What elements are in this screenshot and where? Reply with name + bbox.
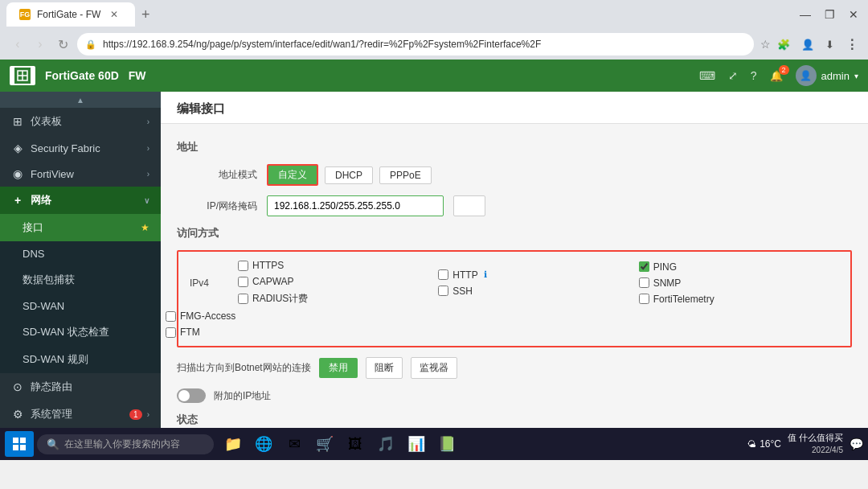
sidebar-label-packet-capture: 数据包捕获 xyxy=(23,273,149,287)
section-access-title: 访问方式 xyxy=(177,226,852,240)
mode-custom-button[interactable]: 自定义 xyxy=(267,164,318,186)
sidebar-item-sd-wan-status[interactable]: SD-WAN 状态检查 xyxy=(0,318,161,346)
user-dropdown-arrow: ▾ xyxy=(854,72,858,80)
system-mgmt-badge: 1 xyxy=(129,409,142,420)
user-menu[interactable]: 👤 admin ▾ xyxy=(796,65,858,86)
radius-label: RADIUS计费 xyxy=(252,292,308,306)
fmg-checkbox-item[interactable]: FMG-Access xyxy=(166,310,238,322)
sidebar-item-network[interactable]: + 网络 ∨ xyxy=(0,187,161,214)
https-checkbox-item[interactable]: HTTPS xyxy=(238,260,438,271)
sidebar-item-packet-capture[interactable]: 数据包捕获 xyxy=(0,266,161,294)
refresh-button[interactable]: ↻ xyxy=(55,37,71,52)
sidebar-item-dashboard[interactable]: ⊞ 仪表板 › xyxy=(0,108,161,135)
ssh-checkbox[interactable] xyxy=(438,286,448,296)
capwap-checkbox[interactable] xyxy=(238,277,248,287)
ip-extra-input[interactable] xyxy=(453,195,485,216)
sidebar-item-dns[interactable]: DNS xyxy=(0,241,161,266)
sidebar-label-static-routes: 静态路由 xyxy=(31,380,149,394)
mode-pppoe-button[interactable]: PPPoE xyxy=(379,166,432,184)
snmp-checkbox-item[interactable]: SNMP xyxy=(639,277,839,289)
access-section: IPv4 HTTPS CAPWAP RADIUS计费 xyxy=(177,250,852,347)
taskbar-spotify-icon[interactable]: 🎵 xyxy=(373,431,399,457)
minimize-button[interactable]: — xyxy=(797,8,813,21)
section-status-title: 状态 xyxy=(177,413,852,427)
https-checkbox[interactable] xyxy=(238,261,248,271)
terminal-icon[interactable]: ⌨ xyxy=(699,69,715,82)
http-checkbox-item[interactable]: HTTP ℹ xyxy=(438,269,638,281)
https-col: HTTPS CAPWAP RADIUS计费 xyxy=(238,260,438,306)
sidebar-label-fortiview: FortiView xyxy=(31,168,147,180)
botnet-section: 扫描出方向到Botnet网站的连接 禁用 阻断 监视器 xyxy=(177,357,852,379)
device-model: FortiGate 60D xyxy=(45,69,119,82)
taskbar-edge-icon[interactable]: 🌐 xyxy=(251,431,276,457)
download-icon[interactable]: ⬇ xyxy=(825,39,834,51)
forward-button[interactable]: › xyxy=(32,37,48,51)
svg-rect-5 xyxy=(20,438,26,443)
botnet-block-button[interactable]: 阻断 xyxy=(366,357,403,379)
ping-checkbox[interactable] xyxy=(639,261,649,272)
sidebar-scroll-up[interactable]: ▲ xyxy=(0,92,161,108)
notification-center-icon[interactable]: 💬 xyxy=(850,438,863,450)
sidebar-item-system-mgmt[interactable]: ⚙ 系统管理 1 › xyxy=(0,401,161,428)
time-display: 值 什么值得买 xyxy=(788,432,843,444)
taskbar-excel-icon[interactable]: 📗 xyxy=(434,431,460,457)
close-button[interactable]: ✕ xyxy=(845,8,862,21)
address-input[interactable] xyxy=(77,33,754,55)
https-label: HTTPS xyxy=(252,260,284,271)
notification-bell[interactable]: 🔔 2 xyxy=(770,70,783,82)
start-button[interactable] xyxy=(5,431,34,457)
taskbar-weather[interactable]: 🌤 16°C xyxy=(747,438,781,450)
ip-mask-input[interactable] xyxy=(267,195,444,216)
ping-checkbox-item[interactable]: PING xyxy=(639,261,839,273)
taskbar-photos-icon[interactable]: 🖼 xyxy=(342,431,368,457)
sidebar-label-interface: 接口 xyxy=(23,220,141,235)
header-right: ⌨ ⤢ ? 🔔 2 👤 admin ▾ xyxy=(699,65,858,86)
bookmark-icon[interactable]: ☆ xyxy=(760,38,771,51)
expand-icon[interactable]: ⤢ xyxy=(728,69,738,82)
taskbar-mail-icon[interactable]: ✉ xyxy=(281,431,307,457)
browser-tab[interactable]: FG FortiGate - FW ✕ xyxy=(6,2,135,27)
browser-menu-icons: 🧩 👤 ⬇ ⋮ xyxy=(777,37,858,52)
snmp-checkbox[interactable] xyxy=(639,277,649,288)
sidebar-item-security-fabric[interactable]: ◈ Security Fabric › xyxy=(0,135,161,161)
maximize-button[interactable]: ❐ xyxy=(821,8,837,21)
sidebar-item-sd-wan[interactable]: SD-WAN xyxy=(0,294,161,318)
sidebar-item-sd-wan-rules[interactable]: SD-WAN 规则 xyxy=(0,346,161,373)
taskbar-ppt-icon[interactable]: 📊 xyxy=(403,431,429,457)
taskbar-explorer-icon[interactable]: 📁 xyxy=(220,431,246,457)
botnet-monitor-button[interactable]: 监视器 xyxy=(411,357,457,379)
sidebar-item-static-routes[interactable]: ⊙ 静态路由 xyxy=(0,373,161,401)
sidebar-item-interface[interactable]: 接口 ★ xyxy=(0,214,161,241)
account-icon[interactable]: 👤 xyxy=(801,39,814,51)
ssh-checkbox-item[interactable]: SSH xyxy=(438,286,638,297)
radius-checkbox[interactable] xyxy=(238,294,248,304)
help-icon[interactable]: ? xyxy=(751,69,757,82)
taskbar-store-icon[interactable]: 🛒 xyxy=(312,431,338,457)
taskbar-search[interactable]: 🔍 在这里输入你要搜索的内容 xyxy=(37,434,214,454)
botnet-disable-button[interactable]: 禁用 xyxy=(319,358,358,378)
new-tab-button[interactable]: + xyxy=(141,6,150,23)
fortitelemetry-checkbox[interactable] xyxy=(639,294,649,304)
browser-addressbar: ‹ › ↻ 🔒 ☆ 🧩 👤 ⬇ ⋮ xyxy=(0,29,868,60)
ip-mask-label: IP/网络掩码 xyxy=(177,199,257,213)
ftm-checkbox-item[interactable]: FTM xyxy=(166,327,238,338)
mode-dhcp-button[interactable]: DHCP xyxy=(325,166,373,184)
content-area: 编辑接口 地址 地址模式 自定义 DHCP PPPoE IP/网络掩码 访问方式 xyxy=(161,92,868,428)
sidebar-label-system-mgmt: 系统管理 xyxy=(31,407,129,421)
extensions-icon[interactable]: 🧩 xyxy=(777,39,790,51)
back-button[interactable]: ‹ xyxy=(10,37,26,51)
tab-close-button[interactable]: ✕ xyxy=(110,9,118,20)
http-checkbox[interactable] xyxy=(438,269,448,280)
radius-checkbox-item[interactable]: RADIUS计费 xyxy=(238,292,438,306)
browser-menu-button[interactable]: ⋮ xyxy=(845,37,858,52)
page-title: 编辑接口 xyxy=(161,92,868,124)
ftm-checkbox[interactable] xyxy=(166,327,176,338)
sidebar-item-fortiview[interactable]: ◉ FortiView › xyxy=(0,161,161,187)
capwap-checkbox-item[interactable]: CAPWAP xyxy=(238,276,438,287)
fortitelemetry-checkbox-item[interactable]: FortiTelemetry xyxy=(639,294,839,305)
fmg-checkbox[interactable] xyxy=(166,311,176,322)
sidebar-label-dashboard: 仪表板 xyxy=(31,114,147,129)
ipv4-label: IPv4 xyxy=(190,277,238,289)
content-body: 地址 地址模式 自定义 DHCP PPPoE IP/网络掩码 访问方式 xyxy=(161,124,868,428)
additional-ip-toggle[interactable] xyxy=(177,388,206,403)
